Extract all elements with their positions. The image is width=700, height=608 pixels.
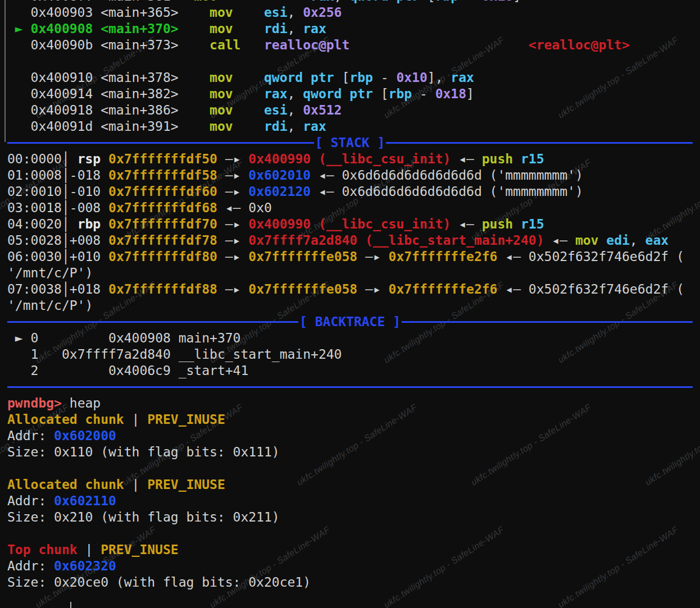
terminal-blank-line [7, 460, 693, 477]
section-title: [ STACK ] [314, 135, 387, 151]
terminal-line: 03:0018│-008 0x7fffffffdf68 ◂— 0x0 [7, 200, 693, 216]
terminal-output[interactable]: 0x4008ff <main+361> mov rax, qword ptr [… [7, 0, 693, 607]
text-cursor [70, 602, 71, 608]
terminal-blank-line [7, 591, 693, 607]
terminal-line: 0x4008ff <main+361> mov rax, qword ptr [… [7, 0, 693, 4]
separator-line [7, 321, 298, 323]
terminal-line: 0x400914 <main+382> mov rax, qword ptr [… [7, 86, 693, 102]
separator-line [402, 321, 693, 323]
terminal-line: 0x400910 <main+378> mov qword ptr [rbp -… [7, 70, 693, 86]
terminal-line: 1 0x7ffff7a2d840 __libc_start_main+240 [7, 346, 693, 363]
terminal-line: 0x40090b <main+373> call realloc@plt <re… [7, 37, 693, 53]
separator-line [7, 142, 314, 144]
section-separator [7, 379, 693, 395]
terminal-line: 0x40091d <main+391> mov rdi, rax [7, 118, 693, 135]
terminal-line: '/mnt/c/P') [7, 265, 693, 281]
terminal-line: 0x400918 <main+386> mov esi, 0x512 [7, 102, 693, 118]
terminal-line: 00:0000│ rsp 0x7fffffffdf50 —▸ 0x400990 … [7, 151, 693, 167]
terminal-line: ► 0x400908 <main+370> mov rdi, rax [7, 21, 693, 37]
separator-line [7, 386, 693, 388]
terminal-line: 07:0038│+018 0x7fffffffdf88 —▸ 0x7ffffff… [7, 281, 693, 298]
section-title: [ BACKTRACE ] [298, 314, 402, 330]
section-separator: [ STACK ] [7, 135, 693, 151]
terminal-line: Allocated chunk | PREV_INUSE [7, 412, 693, 428]
terminal-line: Addr: 0x602000 [7, 428, 693, 444]
window-border-line [4, 0, 6, 142]
terminal-line: 05:0028│+008 0x7fffffffdf78 —▸ 0x7ffff7a… [7, 232, 693, 249]
terminal-line: '/mnt/c/P') [7, 298, 693, 314]
terminal-line: Size: 0x110 (with flag bits: 0x111) [7, 444, 693, 460]
terminal-line: Size: 0x20ce0 (with flag bits: 0x20ce1) [7, 574, 693, 591]
terminal-line: 06:0030│+010 0x7fffffffdf80 —▸ 0x7ffffff… [7, 249, 693, 265]
terminal-line: 02:0010│-010 0x7fffffffdf60 —▸ 0x602120 … [7, 184, 693, 200]
terminal-blank-line [7, 525, 693, 542]
terminal-line: pwndbg> heap [7, 395, 693, 412]
terminal-line: Allocated chunk | PREV_INUSE [7, 477, 693, 493]
terminal-line: Addr: 0x602110 [7, 493, 693, 509]
terminal-window[interactable]: ukfc.twilightly.top - SafeLine-WAFukfc.t… [0, 0, 700, 608]
terminal-line: ► 0 0x400908 main+370 [7, 330, 693, 346]
terminal-line: Addr: 0x602320 [7, 558, 693, 574]
terminal-line: 0x400903 <main+365> mov esi, 0x256 [7, 4, 693, 21]
terminal-line: Top chunk | PREV_INUSE [7, 542, 693, 558]
terminal-line: Size: 0x210 (with flag bits: 0x211) [7, 509, 693, 525]
separator-line [386, 142, 693, 144]
terminal-line: 2 0x4006c9 _start+41 [7, 363, 693, 379]
terminal-blank-line [7, 53, 693, 70]
terminal-line: 01:0008│-018 0x7fffffffdf58 —▸ 0x602010 … [7, 167, 693, 184]
section-separator: [ BACKTRACE ] [7, 314, 693, 330]
terminal-line: 04:0020│ rbp 0x7fffffffdf70 —▸ 0x400990 … [7, 216, 693, 232]
